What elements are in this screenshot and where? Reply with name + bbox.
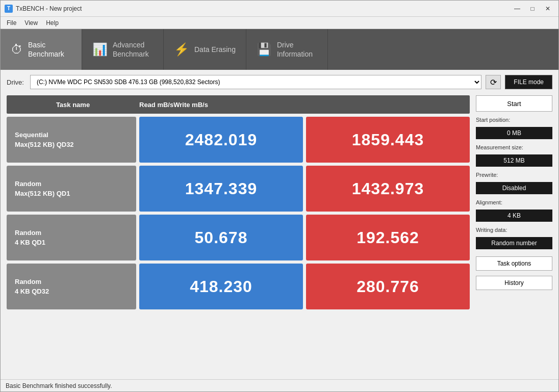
tab-data-erasing[interactable]: ⚡ Data Erasing <box>164 29 246 70</box>
app-icon: T <box>5 5 13 13</box>
prewrite-label: Prewrite: <box>476 172 552 178</box>
prewrite-value: Disabled <box>476 182 552 194</box>
writing-data-value: Random number <box>476 237 552 249</box>
row2-write: 1432.973 <box>306 166 470 212</box>
data-erasing-icon: ⚡ <box>174 42 189 57</box>
tab-bar: ⏱ BasicBenchmark 📊 AdvancedBenchmark ⚡ D… <box>1 29 558 70</box>
benchmark-table: Task name Read mB/s Write mB/s Sequentia… <box>7 95 470 374</box>
main-area: Task name Read mB/s Write mB/s Sequentia… <box>7 95 552 374</box>
tab-drive-information[interactable]: 💾 DriveInformation <box>246 29 328 70</box>
menu-bar: File View Help <box>1 17 558 29</box>
table-header: Task name Read mB/s Write mB/s <box>7 95 470 114</box>
alignment-label: Alignment: <box>476 199 552 205</box>
file-mode-button[interactable]: FILE mode <box>505 75 552 89</box>
table-row: RandomMax(512 KB) QD1 1347.339 1432.973 <box>7 166 470 212</box>
th-write: Write mB/s <box>173 95 208 114</box>
measurement-size-value: 512 MB <box>476 154 552 167</box>
drive-select[interactable]: (C:) NVMe WDC PC SN530 SDB 476.13 GB (99… <box>30 75 481 89</box>
close-button[interactable]: ✕ <box>541 4 554 14</box>
row1-name: SequentialMax(512 KB) QD32 <box>7 117 136 163</box>
row1-read: 2482.019 <box>139 117 303 163</box>
row3-write: 192.562 <box>306 215 470 260</box>
tab-data-erasing-label: Data Erasing <box>194 45 236 54</box>
menu-help[interactable]: Help <box>42 18 63 28</box>
task-options-button[interactable]: Task options <box>476 256 552 271</box>
row1-write: 1859.443 <box>306 117 470 163</box>
row4-read: 418.230 <box>139 264 303 309</box>
minimize-button[interactable]: — <box>511 4 524 14</box>
main-window: T TxBENCH - New project — □ ✕ File View … <box>0 0 559 392</box>
status-text: Basic Benchmark finished successfully. <box>6 382 112 389</box>
tab-basic-benchmark[interactable]: ⏱ BasicBenchmark <box>1 29 82 70</box>
row2-read: 1347.339 <box>139 166 303 212</box>
tab-drive-information-label: DriveInformation <box>277 40 313 59</box>
menu-view[interactable]: View <box>20 18 42 28</box>
row3-name: Random4 KB QD1 <box>7 215 136 260</box>
measurement-size-label: Measurement size: <box>476 144 552 150</box>
table-row: Random4 KB QD32 418.230 280.776 <box>7 264 470 309</box>
row4-name: Random4 KB QD32 <box>7 264 136 309</box>
alignment-value: 4 KB <box>476 210 552 222</box>
content-area: Drive: (C:) NVMe WDC PC SN530 SDB 476.13… <box>1 70 558 379</box>
history-button[interactable]: History <box>476 276 552 290</box>
window-controls: — □ ✕ <box>511 4 554 14</box>
window-title: TxBENCH - New project <box>16 5 511 12</box>
th-read: Read mB/s <box>139 95 173 114</box>
basic-benchmark-icon: ⏱ <box>11 42 23 57</box>
tab-advanced-benchmark[interactable]: 📊 AdvancedBenchmark <box>82 29 164 70</box>
row4-write: 280.776 <box>306 264 470 309</box>
table-row: Random4 KB QD1 50.678 192.562 <box>7 215 470 260</box>
row2-name: RandomMax(512 KB) QD1 <box>7 166 136 212</box>
th-task-name: Task name <box>7 95 139 114</box>
title-bar: T TxBENCH - New project — □ ✕ <box>1 1 558 17</box>
right-panel: Start Start position: 0 MB Measurement s… <box>476 95 552 374</box>
maximize-button[interactable]: □ <box>526 4 539 14</box>
tab-basic-benchmark-label: BasicBenchmark <box>28 40 64 59</box>
writing-data-label: Writing data: <box>476 227 552 233</box>
row3-read: 50.678 <box>139 215 303 260</box>
start-button[interactable]: Start <box>476 95 552 112</box>
tab-advanced-benchmark-label: AdvancedBenchmark <box>113 40 149 59</box>
drive-information-icon: 💾 <box>257 42 272 57</box>
drive-refresh-button[interactable]: ⟳ <box>486 75 501 89</box>
menu-file[interactable]: File <box>3 18 20 28</box>
drive-label: Drive: <box>7 79 24 86</box>
start-position-value: 0 MB <box>476 127 552 139</box>
start-position-label: Start position: <box>476 117 552 123</box>
advanced-benchmark-icon: 📊 <box>92 42 108 57</box>
status-bar: Basic Benchmark finished successfully. <box>1 379 558 391</box>
drive-selector-row: Drive: (C:) NVMe WDC PC SN530 SDB 476.13… <box>7 75 552 89</box>
table-row: SequentialMax(512 KB) QD32 2482.019 1859… <box>7 117 470 163</box>
